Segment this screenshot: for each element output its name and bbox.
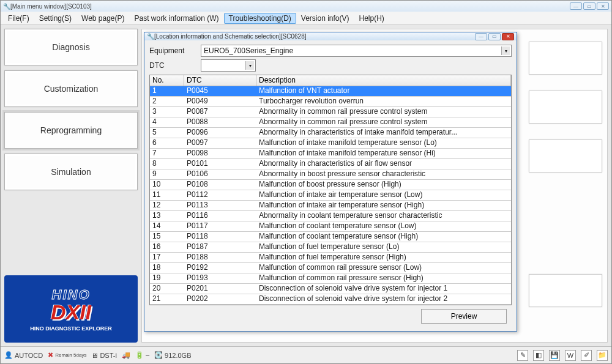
status-bar: 👤AUTOCD ✖Remain 5days 🖥DST-i 🚚 🔋 – 💽912.… (1, 346, 611, 363)
reprogramming-button[interactable]: Reprogramming (4, 112, 138, 149)
table-row[interactable]: 5P0096Abnormality in characteristics of … (150, 128, 511, 138)
equipment-label: Equipment (149, 46, 201, 55)
slot-2 (529, 91, 602, 124)
close-icon[interactable]: ✕ (597, 2, 609, 10)
table-row[interactable]: 1P0045Malfunction of VNT actuator (150, 86, 511, 97)
maximize-icon[interactable]: ▭ (583, 2, 595, 10)
equipment-value: EURO5_700Series_Engine (204, 46, 293, 55)
schematic-dialog: 🔧 [Location information and Schematic se… (144, 32, 517, 332)
table-row[interactable]: 15P0118Malfunction of coolant temperatur… (150, 232, 511, 242)
preview-button[interactable]: Preview (421, 309, 507, 324)
dtc-label: DTC (149, 61, 201, 70)
table-row[interactable]: 19P0193Malfunction of common rail pressu… (150, 273, 511, 284)
table-row[interactable]: 20P0201Disconnection of solenoid valve d… (150, 284, 511, 294)
menu-troubleshootingd[interactable]: Troubleshooting(D) (224, 13, 296, 24)
diagnosis-button[interactable]: Diagnosis (4, 29, 138, 65)
table-body[interactable]: 1P0045Malfunction of VNT actuator2P0049T… (150, 86, 511, 305)
menu-settings[interactable]: Setting(S) (34, 13, 76, 24)
slot-4 (529, 274, 602, 307)
chevron-down-icon: ▾ (245, 61, 254, 70)
dialog-title: [Location information and Schematic sele… (154, 33, 306, 40)
hino-logo: HINO DXII HINO DIAGNOSTIC EXPLORER (4, 275, 138, 343)
menu-pastworkinformationw[interactable]: Past work information (W) (130, 13, 224, 24)
table-row[interactable]: 17P0188Malfunction of fuel temperature s… (150, 253, 511, 263)
table-row[interactable]: 7P0098Malfunction of intake manifold tem… (150, 149, 511, 159)
menu-filef[interactable]: File(F) (3, 13, 34, 24)
slot-3 (529, 139, 602, 173)
table-row[interactable]: 3P0087Abnormality in common rail pressur… (150, 107, 511, 117)
status-device: 🖥DST-i (91, 352, 117, 359)
logo-line3: HINO DIAGNOSTIC EXPLORER (30, 325, 112, 332)
window-title: [Main menu window][SC0103] (10, 3, 92, 10)
dialog-minimize-icon[interactable]: — (475, 33, 487, 40)
equipment-select[interactable]: EURO5_700Series_Engine ▾ (201, 45, 512, 57)
table-row[interactable]: 18P0192Malfunction of common rail pressu… (150, 263, 511, 273)
table-row[interactable]: 16P0187Malfunction of fuel temperature s… (150, 242, 511, 253)
status-battery-icon: 🔋 – (135, 351, 149, 359)
table-row[interactable]: 9P0106Abnormality in boost pressure sens… (150, 169, 511, 180)
menu-versioninfov[interactable]: Version info(V) (296, 13, 354, 24)
dialog-maximize-icon[interactable]: ▭ (488, 33, 501, 40)
col-no[interactable]: No. (150, 75, 184, 86)
chevron-down-icon: ▾ (501, 46, 510, 55)
menu-webpagep[interactable]: Web page(P) (76, 13, 129, 24)
col-dtc[interactable]: DTC (184, 75, 256, 86)
slot-1 (529, 42, 602, 75)
table-row[interactable]: 12P0113Malfunction of intake air tempera… (150, 201, 511, 211)
tool-save-icon[interactable]: 💾 (549, 350, 560, 361)
tool-folder-icon[interactable]: 📁 (597, 350, 608, 361)
table-row[interactable]: 13P0116Abnormality in coolant temperatur… (150, 211, 511, 221)
table-header: No. DTC Description (150, 75, 511, 86)
menu-helph[interactable]: Help(H) (354, 13, 389, 24)
table-row[interactable]: 14P0117Malfunction of coolant temperatur… (150, 221, 511, 232)
simulation-button[interactable]: Simulation (4, 154, 138, 190)
dialog-close-icon[interactable]: ✕ (502, 33, 514, 40)
status-remain: ✖Remain 5days (48, 351, 86, 359)
app-icon: 🔧 (3, 3, 10, 10)
customization-button[interactable]: Customization (4, 70, 138, 107)
left-panel: Diagnosis Customization Reprogramming Si… (4, 29, 138, 343)
table-row[interactable]: 4P0088Abnormality in common rail pressur… (150, 117, 511, 128)
status-disk: 💽912.0GB (154, 351, 191, 359)
tool-w-icon[interactable]: W (565, 350, 576, 361)
tool-edit-icon[interactable]: ✐ (581, 350, 592, 361)
titlebar[interactable]: 🔧 [Main menu window][SC0103] — ▭ ✕ (1, 1, 611, 12)
col-desc[interactable]: Description (256, 75, 511, 86)
logo-line2: DXII (51, 300, 91, 324)
table-row[interactable]: 21P0202Disconnection of solenoid valve d… (150, 294, 511, 305)
table-row[interactable]: 11P0112Malfunction of intake air tempera… (150, 190, 511, 201)
table-row[interactable]: 6P0097Malfunction of intake manifold tem… (150, 138, 511, 149)
dialog-icon: 🔧 (147, 33, 154, 40)
menubar: File(F)Setting(S)Web page(P)Past work in… (1, 12, 611, 25)
tool-eraser-icon[interactable]: ◧ (533, 350, 544, 361)
dtc-table: No. DTC Description 1P0045Malfunction of… (149, 75, 512, 305)
status-truck-icon: 🚚 (122, 351, 130, 359)
status-user: 👤AUTOCD (4, 351, 43, 359)
tool-pencil-icon[interactable]: ✎ (517, 350, 528, 361)
dtc-select[interactable]: ▾ (201, 59, 256, 72)
table-row[interactable]: 2P0049Turbocharger revolution overrun (150, 97, 511, 107)
table-row[interactable]: 10P0108Malfunction of boost pressure sen… (150, 180, 511, 190)
table-row[interactable]: 8P0101Abnormality in characteristics of … (150, 159, 511, 169)
dialog-titlebar[interactable]: 🔧 [Location information and Schematic se… (144, 32, 517, 40)
minimize-icon[interactable]: — (570, 2, 582, 10)
